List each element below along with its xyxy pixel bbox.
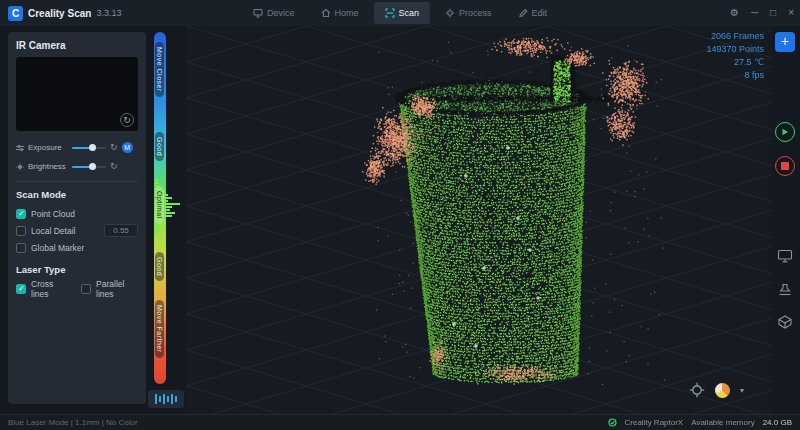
close-button[interactable]: ×	[788, 8, 794, 18]
tab-label: Edit	[532, 8, 548, 18]
option-local-detail[interactable]: Local Detail 0.55	[16, 222, 138, 239]
point-cloud-canvas[interactable]	[186, 26, 772, 414]
exposure-icon	[16, 144, 24, 152]
option-label: Parallel lines	[96, 279, 138, 299]
gauge-zone-move-closer: Move Closer	[155, 42, 164, 97]
cross-lines-checkbox[interactable]	[16, 284, 26, 294]
option-global-marker[interactable]: Global Marker	[16, 239, 138, 256]
process-icon	[445, 8, 455, 18]
parallel-lines-checkbox[interactable]	[81, 284, 91, 294]
point-cloud-checkbox[interactable]	[16, 209, 26, 219]
ir-camera-preview: ↻	[16, 57, 138, 131]
window-controls: ⚙ ─ □ ×	[730, 0, 794, 26]
divider	[16, 181, 138, 182]
scan-viewport[interactable]: 2066 Frames 149370 Points 27.5 ℃ 8 fps ▾	[186, 26, 772, 414]
available-memory-label: Available memory	[691, 418, 754, 427]
marker-tool-button[interactable]	[777, 282, 793, 298]
exposure-auto-badge[interactable]: M	[122, 142, 133, 153]
option-label: Local Detail	[31, 226, 75, 236]
brightness-slider[interactable]	[72, 166, 106, 168]
scan-stats: 2066 Frames 149370 Points 27.5 ℃ 8 fps	[706, 30, 764, 82]
distance-gauge: Move Closer Good Optimal Good Move Farth…	[150, 32, 184, 384]
gauge-zone-good-lower: Good	[155, 252, 164, 281]
brightness-icon	[16, 163, 24, 171]
app-title: Creality Scan	[28, 8, 91, 19]
monitor-icon	[777, 248, 793, 264]
gauge-zone-good-upper: Good	[155, 132, 164, 161]
home-icon	[320, 8, 330, 18]
device-connected-icon	[608, 418, 617, 427]
color-mode-dropdown-caret[interactable]: ▾	[740, 386, 744, 395]
edit-icon	[518, 8, 528, 18]
brightness-reset-icon[interactable]: ↻	[110, 162, 118, 171]
right-toolbar: +	[770, 26, 800, 414]
camera-refresh-button[interactable]: ↻	[120, 113, 134, 127]
tab-label: Scan	[398, 8, 419, 18]
option-point-cloud[interactable]: Point Cloud	[16, 205, 138, 222]
camera-settings-panel: IR Camera ↻ Exposure ↻ M Brightness ↻ Sc…	[8, 32, 146, 404]
exposure-reset-icon[interactable]: ↻	[110, 143, 118, 152]
device-name: Creality RaptorX	[625, 418, 684, 427]
statusbar: Blue Laser Mode | 1.1mm | No Color Creal…	[0, 414, 800, 430]
exposure-row: Exposure ↻ M	[16, 140, 138, 155]
available-memory-value: 24.0 GB	[763, 418, 792, 427]
tab-home[interactable]: Home	[309, 0, 369, 26]
tab-label: Device	[267, 8, 295, 18]
creality-scan-window: C Creality Scan 3.3.13 Device Home Scan …	[0, 0, 800, 430]
option-label: Global Marker	[31, 243, 84, 253]
minimize-button[interactable]: ─	[751, 8, 758, 18]
maximize-button[interactable]: □	[770, 8, 776, 18]
tab-scan[interactable]: Scan	[373, 2, 430, 24]
option-label: Point Cloud	[31, 209, 75, 219]
preview-window-button[interactable]	[777, 248, 793, 264]
option-label: Cross lines	[31, 279, 68, 299]
viewport-controls: ▾	[689, 382, 744, 398]
stat-temperature: 27.5 ℃	[706, 56, 764, 69]
scan-mode-title: Scan Mode	[16, 189, 138, 200]
app-logo-icon: C	[8, 6, 23, 21]
tab-process[interactable]: Process	[434, 0, 503, 26]
global-marker-checkbox[interactable]	[16, 243, 26, 253]
laser-type-row: Cross lines Parallel lines	[16, 280, 138, 297]
device-icon	[253, 8, 263, 18]
brand: C Creality Scan 3.3.13	[0, 6, 121, 21]
statusbar-right: Creality RaptorX Available memory 24.0 G…	[608, 418, 800, 427]
gauge-zone-move-farther: Move Farther	[155, 300, 164, 358]
new-scan-button[interactable]: +	[775, 32, 795, 52]
crosshair-icon	[689, 382, 705, 398]
tab-label: Home	[334, 8, 358, 18]
exposure-label: Exposure	[28, 143, 68, 152]
app-version: 3.3.13	[96, 8, 121, 18]
scan-icon	[384, 8, 394, 18]
stop-scan-button[interactable]	[775, 156, 795, 176]
laser-mode-status: Blue Laser Mode | 1.1mm | No Color	[0, 418, 138, 427]
ir-camera-title: IR Camera	[16, 40, 138, 51]
brightness-row: Brightness ↻	[16, 159, 138, 174]
stop-icon	[781, 162, 789, 170]
tab-device[interactable]: Device	[242, 0, 306, 26]
gauge-zone-optimal: Optimal	[155, 186, 164, 224]
start-scan-button[interactable]	[775, 122, 795, 142]
exposure-slider[interactable]	[72, 147, 106, 149]
stat-points: 149370 Points	[706, 43, 764, 56]
settings-gear-icon[interactable]: ⚙	[730, 8, 739, 18]
orientation-tool-button[interactable]	[777, 314, 793, 330]
stat-fps: 8 fps	[706, 69, 764, 82]
stat-frames: 2066 Frames	[706, 30, 764, 43]
stamp-icon	[777, 282, 793, 298]
brightness-label: Brightness	[28, 162, 68, 171]
local-detail-checkbox[interactable]	[16, 226, 26, 236]
ruler-button[interactable]	[148, 390, 184, 408]
tab-edit[interactable]: Edit	[507, 0, 559, 26]
play-icon	[781, 128, 789, 136]
main-nav: Device Home Scan Process Edit	[242, 0, 558, 26]
recenter-view-button[interactable]	[689, 382, 705, 398]
cube-icon	[777, 314, 793, 330]
local-detail-value-input[interactable]: 0.55	[104, 224, 138, 237]
laser-type-title: Laser Type	[16, 264, 138, 275]
color-mode-button[interactable]	[715, 383, 730, 398]
titlebar: C Creality Scan 3.3.13 Device Home Scan …	[0, 0, 800, 26]
tab-label: Process	[459, 8, 492, 18]
